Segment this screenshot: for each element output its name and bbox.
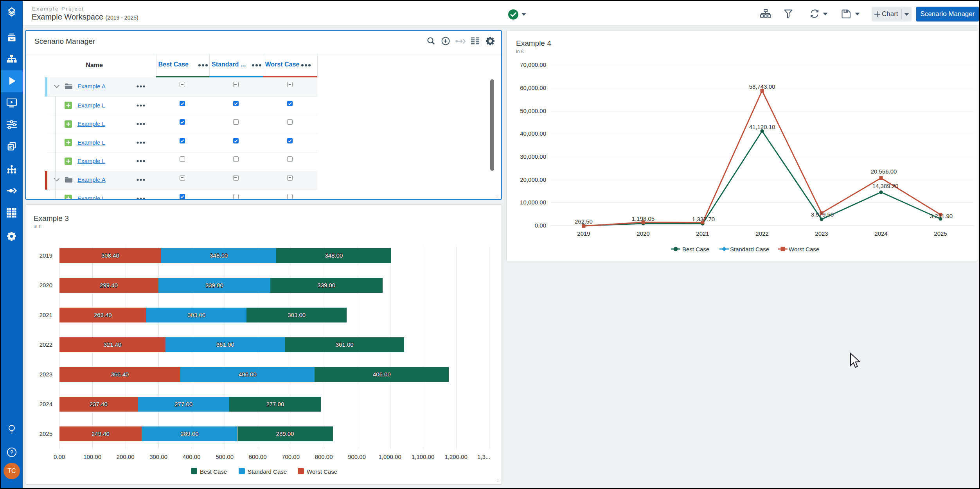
svg-text:?: ?	[10, 449, 13, 455]
